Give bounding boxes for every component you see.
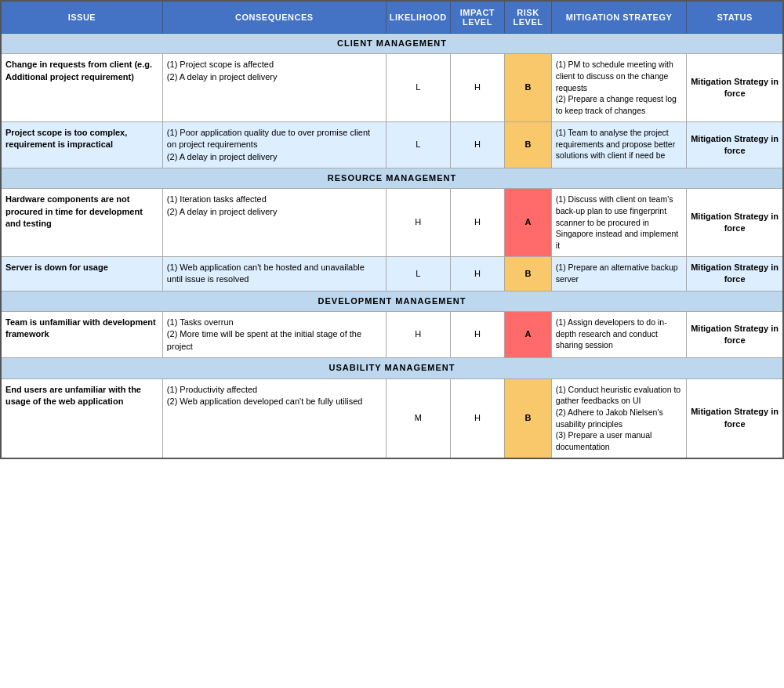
cell-mitigation: (1) Conduct heuristic evaluation to gath… (551, 378, 686, 458)
risk-register-table: ISSUE CONSEQUENCES LIKELIHOOD IMPACT LEV… (0, 0, 784, 459)
cell-impact: H (450, 312, 505, 358)
header-status: STATUS (687, 1, 783, 34)
cell-issue: Change in requests from client (e.g. Add… (1, 54, 162, 121)
cell-consequences: (1) Web application can't be hosted and … (162, 256, 386, 291)
table-row: End users are unfamiliar with the usage … (1, 378, 783, 458)
cell-impact: H (450, 121, 505, 168)
header-risk: RISK LEVEL (505, 1, 552, 34)
cell-mitigation: (1) Team to analyse the project requirem… (551, 121, 686, 168)
section-label-2: DEVELOPMENT MANAGEMENT (1, 291, 783, 311)
cell-consequences: (1) Tasks overrun(2) More time will be s… (162, 312, 386, 358)
cell-risk: A (505, 312, 552, 358)
cell-likelihood: M (386, 378, 450, 458)
header-issue: ISSUE (1, 1, 162, 34)
cell-consequences: (1) Productivity affected(2) Web applica… (162, 378, 386, 458)
cell-risk: B (505, 378, 552, 458)
cell-impact: H (450, 378, 505, 458)
cell-likelihood: L (386, 256, 450, 291)
cell-risk: B (505, 54, 552, 121)
header-impact: IMPACT LEVEL (450, 1, 505, 34)
table-row: Team is unfamiliar with development fram… (1, 312, 783, 358)
cell-risk: A (505, 189, 552, 256)
table-header-row: ISSUE CONSEQUENCES LIKELIHOOD IMPACT LEV… (1, 1, 783, 34)
cell-consequences: (1) Iteration tasks affected(2) A delay … (162, 189, 386, 256)
cell-status: Mitigation Strategy in force (687, 121, 783, 168)
cell-status: Mitigation Strategy in force (687, 256, 783, 291)
cell-mitigation: (1) Discuss with client on team's back-u… (551, 189, 686, 256)
cell-issue: Project scope is too complex, requiremen… (1, 121, 162, 168)
section-header-3: USABILITY MANAGEMENT (1, 358, 783, 378)
table-row: Project scope is too complex, requiremen… (1, 121, 783, 168)
cell-status: Mitigation Strategy in force (687, 378, 783, 458)
cell-impact: H (450, 54, 505, 121)
cell-risk: B (505, 256, 552, 291)
cell-likelihood: H (386, 189, 450, 256)
section-header-0: CLIENT MANAGEMENT (1, 34, 783, 54)
cell-mitigation: (1) Assign developers to do in-depth res… (551, 312, 686, 358)
table-row: Hardware components are not procured in … (1, 189, 783, 256)
cell-consequences: (1) Project scope is affected(2) A delay… (162, 54, 386, 121)
cell-issue: Server is down for usage (1, 256, 162, 291)
cell-likelihood: L (386, 121, 450, 168)
cell-issue: End users are unfamiliar with the usage … (1, 378, 162, 458)
cell-status: Mitigation Strategy in force (687, 54, 783, 121)
section-header-1: RESOURCE MANAGEMENT (1, 168, 783, 189)
cell-issue: Team is unfamiliar with development fram… (1, 312, 162, 358)
header-mitigation: MITIGATION STRATEGY (551, 1, 686, 34)
cell-likelihood: L (386, 54, 450, 121)
section-label-1: RESOURCE MANAGEMENT (1, 168, 783, 189)
cell-likelihood: H (386, 312, 450, 358)
cell-mitigation: (1) PM to schedule meeting with client t… (551, 54, 686, 121)
header-likelihood: LIKELIHOOD (386, 1, 450, 34)
header-consequences: CONSEQUENCES (162, 1, 386, 34)
section-label-0: CLIENT MANAGEMENT (1, 34, 783, 54)
section-label-3: USABILITY MANAGEMENT (1, 358, 783, 378)
table-row: Server is down for usage(1) Web applicat… (1, 256, 783, 291)
cell-impact: H (450, 256, 505, 291)
cell-status: Mitigation Strategy in force (687, 189, 783, 256)
cell-consequences: (1) Poor application quality due to over… (162, 121, 386, 168)
cell-mitigation: (1) Prepare an alternative backup server (551, 256, 686, 291)
cell-status: Mitigation Strategy in force (687, 312, 783, 358)
section-header-2: DEVELOPMENT MANAGEMENT (1, 291, 783, 311)
cell-risk: B (505, 121, 552, 168)
cell-issue: Hardware components are not procured in … (1, 189, 162, 256)
table-row: Change in requests from client (e.g. Add… (1, 54, 783, 121)
cell-impact: H (450, 189, 505, 256)
